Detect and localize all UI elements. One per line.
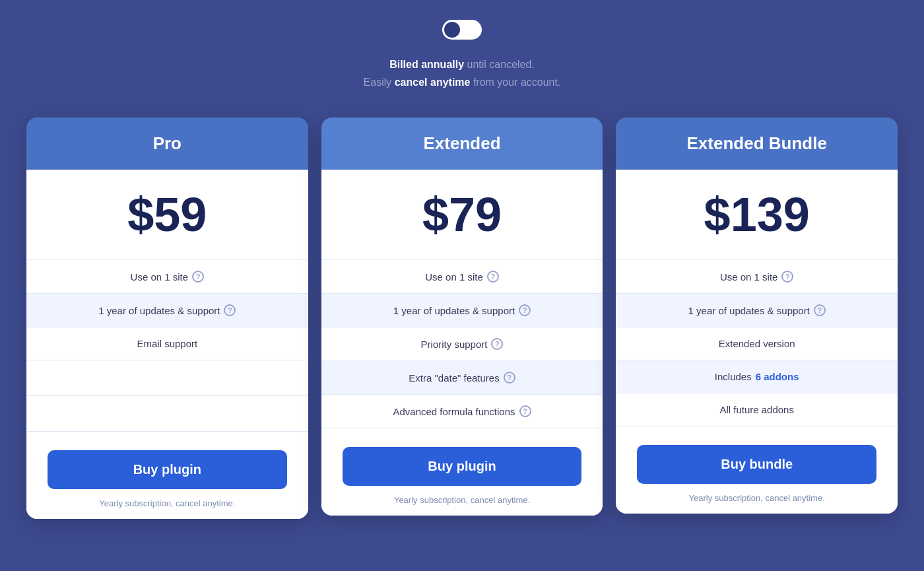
cta-section-extended-bundle: Buy bundleYearly subscription, cancel an… [616, 426, 898, 514]
billing-rest: until canceled. [467, 59, 535, 70]
card-body-extended-bundle: $139Use on 1 site?1 year of updates & su… [616, 170, 898, 514]
card-header-extended-bundle: Extended Bundle [616, 118, 898, 170]
help-icon-extended-bundle-0[interactable]: ? [781, 271, 793, 283]
price-section-pro: $59 [26, 170, 308, 260]
billing-toggle[interactable] [442, 20, 482, 40]
feature-text-extended-bundle-2: Extended version [719, 338, 795, 349]
help-icon-pro-0[interactable]: ? [192, 271, 204, 283]
help-icon-extended-4[interactable]: ? [519, 405, 531, 417]
plan-card-pro: Pro$59Use on 1 site?1 year of updates & … [26, 118, 308, 519]
plan-card-extended: Extended$79Use on 1 site?1 year of updat… [321, 118, 603, 516]
card-header-extended: Extended [321, 118, 603, 170]
billing-bold: Billed annually [389, 59, 464, 70]
feature-row-pro-1: 1 year of updates & support? [26, 294, 308, 327]
buy-button-pro[interactable]: Buy plugin [48, 450, 287, 489]
billing-info: Billed annually until canceled. Easily c… [364, 55, 561, 91]
feature-text-extended-1: 1 year of updates & support [393, 305, 515, 316]
addon-highlight-extended-bundle: 6 addons [756, 371, 799, 382]
cancel-highlight: cancel anytime [395, 77, 471, 88]
feature-row-extended-bundle-2: Extended version [616, 327, 898, 360]
feature-row-extended-bundle-3: Includes 6 addons [616, 360, 898, 393]
feature-row-extended-bundle-1: 1 year of updates & support? [616, 294, 898, 327]
price-extended-bundle: $139 [629, 191, 884, 238]
feature-row-extended-bundle-4: All future addons [616, 393, 898, 426]
plan-title-pro: Pro [40, 133, 295, 154]
empty-row-pro-1 [26, 396, 308, 432]
help-icon-pro-1[interactable]: ? [224, 304, 236, 316]
plan-title-extended-bundle: Extended Bundle [629, 133, 884, 154]
pricing-cards: Pro$59Use on 1 site?1 year of updates & … [26, 118, 898, 519]
help-icon-extended-3[interactable]: ? [504, 372, 515, 384]
price-pro: $59 [40, 191, 295, 238]
cta-note-pro: Yearly subscription, cancel anytime. [48, 498, 287, 508]
help-icon-extended-1[interactable]: ? [519, 304, 531, 316]
feature-row-extended-2: Priority support? [321, 327, 603, 361]
cta-note-extended: Yearly subscription, cancel anytime. [343, 495, 582, 505]
billing-line2: Easily cancel anytime from your account. [364, 73, 561, 91]
feature-text-extended-4: Advanced formula functions [393, 406, 515, 417]
feature-row-extended-3: Extra "date" features? [321, 361, 603, 395]
card-body-pro: $59Use on 1 site?1 year of updates & sup… [26, 170, 308, 519]
help-icon-extended-2[interactable]: ? [491, 338, 503, 350]
toggle-knob [444, 22, 460, 38]
plan-title-extended: Extended [335, 133, 590, 154]
card-body-extended: $79Use on 1 site?1 year of updates & sup… [321, 170, 603, 516]
empty-row-pro-0 [26, 360, 308, 396]
buy-button-extended[interactable]: Buy plugin [343, 447, 582, 486]
feature-text-extended-0: Use on 1 site [425, 271, 483, 283]
feature-text-extended-2: Priority support [421, 339, 488, 350]
feature-text-pro-1: 1 year of updates & support [98, 305, 220, 316]
plan-card-extended-bundle: Extended Bundle$139Use on 1 site?1 year … [616, 118, 898, 514]
help-icon-extended-0[interactable]: ? [487, 271, 499, 283]
feature-text-pro-2: Email support [137, 338, 197, 349]
card-header-pro: Pro [26, 118, 308, 170]
feature-text-extended-bundle-1: 1 year of updates & support [688, 305, 810, 316]
help-icon-extended-bundle-1[interactable]: ? [814, 304, 826, 316]
feature-row-pro-0: Use on 1 site? [26, 260, 308, 294]
price-section-extended-bundle: $139 [616, 170, 898, 260]
cta-section-extended: Buy pluginYearly subscription, cancel an… [321, 428, 603, 516]
cta-note-extended-bundle: Yearly subscription, cancel anytime. [637, 493, 876, 503]
feature-text-extended-bundle-0: Use on 1 site [720, 271, 778, 283]
price-section-extended: $79 [321, 170, 603, 260]
billing-toggle-row [432, 20, 492, 40]
cta-section-pro: Buy pluginYearly subscription, cancel an… [26, 432, 308, 519]
price-extended: $79 [335, 191, 590, 238]
feature-text-extended-bundle-4: All future addons [719, 404, 794, 415]
buy-button-extended-bundle[interactable]: Buy bundle [637, 445, 876, 484]
feature-text-extended-3: Extra "date" features [409, 372, 499, 384]
feature-row-extended-bundle-0: Use on 1 site? [616, 260, 898, 294]
feature-text-pro-0: Use on 1 site [131, 271, 189, 283]
feature-row-extended-0: Use on 1 site? [321, 260, 603, 294]
feature-row-extended-4: Advanced formula functions? [321, 395, 603, 428]
feature-row-extended-1: 1 year of updates & support? [321, 294, 603, 327]
feature-row-pro-2: Email support [26, 327, 308, 360]
billing-line1: Billed annually until canceled. [364, 55, 561, 73]
